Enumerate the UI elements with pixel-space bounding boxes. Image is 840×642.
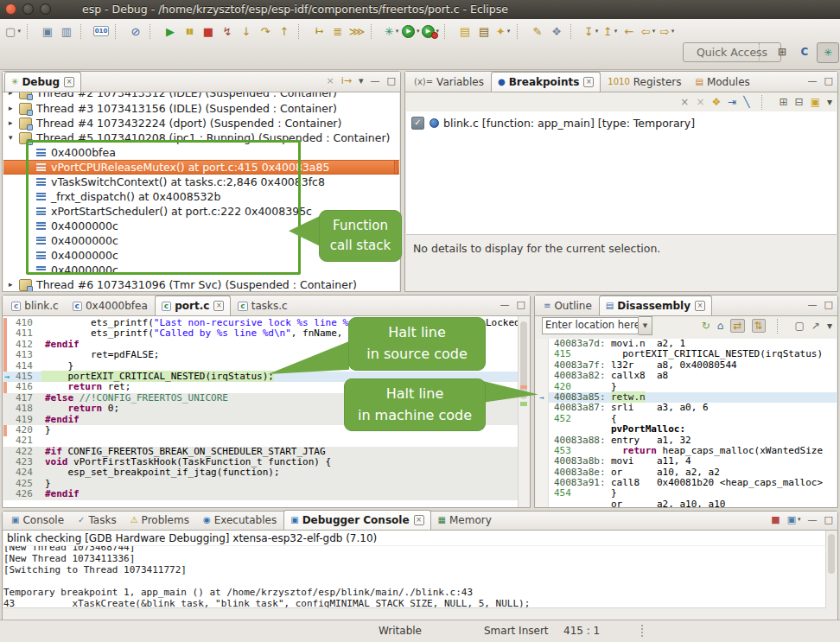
tab-console[interactable]: ▣Console xyxy=(4,510,71,530)
code-line-425[interactable]: 425} xyxy=(3,479,519,489)
remove-launch-icon[interactable]: ■ xyxy=(771,515,780,524)
tab-debug[interactable]: ✳Debug× xyxy=(4,72,81,92)
debug-thread-row[interactable]: ▸ Thread #2 1073413312 (IDLE) (Suspended… xyxy=(3,92,399,101)
line-number[interactable]: 413 xyxy=(3,350,41,360)
debug-tree[interactable]: ▸ Thread #2 1073413312 (IDLE) (Suspended… xyxy=(3,92,399,291)
expand-arrow-icon[interactable]: ▸ xyxy=(9,101,19,116)
instruction-stepping-mode-icon[interactable]: i→ xyxy=(341,76,352,86)
close-icon[interactable]: × xyxy=(414,515,424,525)
console-hscrollbar[interactable] xyxy=(3,607,826,620)
code-line-419[interactable]: 419#endif xyxy=(3,415,519,425)
mark-occurrences-icon[interactable]: ✎ xyxy=(529,22,546,40)
resume-icon[interactable]: ▶ xyxy=(162,22,179,40)
next-edit-location-icon[interactable]: ↥▾ xyxy=(601,22,619,40)
back-history-icon[interactable]: ← xyxy=(620,22,638,40)
console-vscrollbar[interactable] xyxy=(825,531,837,608)
tab-outline[interactable]: ≡Outline xyxy=(537,296,599,315)
run-icon[interactable]: ▶▾ xyxy=(402,22,420,40)
minimize-icon[interactable]: — xyxy=(500,300,510,309)
debug-frame-row[interactable]: 0x4000000c xyxy=(3,248,399,263)
step-over-icon[interactable]: ↷ xyxy=(257,22,274,40)
skip-all-breakpoints-icon[interactable]: ╲ xyxy=(743,97,749,107)
maximize-icon[interactable]: □ xyxy=(824,300,833,309)
disassembly-row[interactable]: 40083a82:callx8 a8 xyxy=(536,371,837,381)
collapse-arrow-icon[interactable]: ▾ xyxy=(9,130,19,145)
debug-thread-row[interactable]: ▸Thread #4 1073432224 (dport) (Suspended… xyxy=(3,116,399,130)
breakpoint-item[interactable]: ✓ blink.c [function: app_main] [type: Te… xyxy=(411,115,837,130)
open-resource-icon[interactable]: ▤ xyxy=(475,22,493,40)
remove-all-terminated-icon[interactable]: × xyxy=(327,76,334,86)
line-number[interactable]: 424 xyxy=(3,467,41,478)
minimize-icon[interactable]: — xyxy=(371,76,380,86)
debug-frame-row[interactable]: vPortCPUReleaseMutex() at port.c:415 0x4… xyxy=(3,160,399,175)
minimize-icon[interactable]: — xyxy=(808,515,818,524)
tab-variables[interactable]: (x)=Variables xyxy=(407,72,491,92)
display-selected-console-icon[interactable]: ▣▾ xyxy=(787,515,801,524)
line-number[interactable]: 418 xyxy=(3,404,41,414)
tab-breakpoints[interactable]: ●Breakpoints× xyxy=(491,72,601,92)
view-menu-icon[interactable]: ▾ xyxy=(827,97,832,107)
line-number[interactable]: 411 xyxy=(3,328,41,339)
debug-frame-row[interactable]: 0x4000000c xyxy=(3,233,399,248)
show-all-frames-icon[interactable]: ≣ xyxy=(329,22,347,40)
binary-view-icon[interactable]: 010 xyxy=(92,22,110,40)
save-icon[interactable]: ▣ xyxy=(39,22,56,40)
code-line-411[interactable]: 411 ets_printf("Called by %s line %d\n",… xyxy=(3,328,519,339)
breakpoint-checkbox[interactable]: ✓ xyxy=(411,117,424,130)
code-line-413[interactable]: 413 ret=pdFALSE; xyxy=(3,350,519,360)
disassembly-row[interactable]: or a2, a10, a10 xyxy=(536,499,837,507)
show-annotations-icon[interactable]: ❖ xyxy=(548,22,565,40)
view-menu-icon[interactable]: ▾ xyxy=(359,76,364,86)
code-line-424[interactable]: 424 esp_set_breakpoint_if_jtag(function)… xyxy=(3,467,519,478)
home-icon[interactable]: ⌂ xyxy=(717,321,724,331)
close-icon[interactable]: × xyxy=(695,301,705,311)
debug-frame-row[interactable]: 0x4000bfea xyxy=(3,145,399,160)
debug-frame-row[interactable]: 0x4000000c xyxy=(3,263,399,277)
debug-perspective-button[interactable]: ✳ xyxy=(817,42,839,63)
forward-icon[interactable]: ⇨▾ xyxy=(659,22,676,40)
show-source-icon[interactable]: ⇅ xyxy=(752,319,766,333)
source-editor[interactable]: 410 ets_printf("Last non-recursive lock … xyxy=(3,316,529,507)
back-icon[interactable]: ⇦▾ xyxy=(640,22,657,40)
open-new-view-icon[interactable]: ▢ xyxy=(795,321,805,331)
external-tools-icon[interactable]: ▶▾ xyxy=(422,22,440,40)
expand-arrow-icon[interactable]: ▸ xyxy=(9,116,19,130)
suspend-icon[interactable]: ▮▮ xyxy=(181,22,198,40)
tab-problems[interactable]: ⚠Problems xyxy=(124,510,196,530)
show-breakpoints-supported-icon[interactable]: ❖ xyxy=(711,97,721,107)
window-close-icon[interactable] xyxy=(5,3,16,15)
expand-arrow-icon[interactable]: ▸ xyxy=(9,277,19,291)
tab-tasks-c[interactable]: ctasks.c xyxy=(231,296,294,315)
disassembly-row[interactable]: 452{ xyxy=(536,414,837,424)
debug-tool-icon[interactable]: ✳▾ xyxy=(383,22,400,40)
debug-thread-row[interactable]: ▸Thread #3 1073413156 (IDLE) (Suspended … xyxy=(3,101,399,116)
code-line-420[interactable]: 420} xyxy=(3,425,519,435)
debug-thread-row[interactable]: ▸Thread #6 1073431096 (Tmr Svc) (Suspend… xyxy=(3,277,399,291)
step-return-icon[interactable]: ↑ xyxy=(276,22,293,40)
debug-frame-row[interactable]: 0x4000000c xyxy=(3,219,399,233)
tab-executables[interactable]: ◉Executables xyxy=(196,510,283,530)
debug-thread-row[interactable]: ▾Thread #5 1073410208 (ipc1 : Running) (… xyxy=(3,130,399,145)
tab-port-c[interactable]: cport.c× xyxy=(155,296,232,315)
link-with-debug-view-icon[interactable]: ▣ xyxy=(811,97,820,107)
tab-tasks[interactable]: ✓Tasks xyxy=(71,510,124,530)
line-number[interactable]: 421 xyxy=(3,435,41,446)
refresh-view-icon[interactable]: ↻ xyxy=(702,321,710,331)
new-wizard-icon[interactable]: ▢▾ xyxy=(4,22,22,40)
minimize-icon[interactable]: — xyxy=(808,300,818,309)
window-maximize-icon[interactable] xyxy=(40,3,51,15)
go-to-file-for-breakpoint-icon[interactable]: ⇥ xyxy=(728,97,736,107)
disassembly-row[interactable]: 40083a87:srli a3, a0, 6 xyxy=(536,403,837,413)
location-combo[interactable]: Enter location here ▼ xyxy=(542,316,652,335)
sync-with-active-context-icon[interactable]: ⇄ xyxy=(730,319,744,333)
breakpoints-list[interactable]: ✓ blink.c [function: app_main] [type: Te… xyxy=(406,111,837,234)
step-into-icon[interactable]: ↓ xyxy=(238,22,255,40)
instruction-stepping-icon[interactable]: i→ xyxy=(310,22,328,40)
terminate-icon[interactable]: ■ xyxy=(200,22,217,40)
debug-frame-row[interactable]: vTaskSwitchContext() at tasks.c:2,846 0x… xyxy=(3,175,399,189)
pin-view-icon[interactable]: ↗ xyxy=(811,321,820,331)
tab-modules[interactable]: ▤Modules xyxy=(688,72,756,92)
line-number[interactable]: 426 xyxy=(3,489,41,499)
step-filters-icon[interactable]: ⋙ xyxy=(348,22,366,40)
chevron-down-icon[interactable]: ▼ xyxy=(639,316,652,335)
